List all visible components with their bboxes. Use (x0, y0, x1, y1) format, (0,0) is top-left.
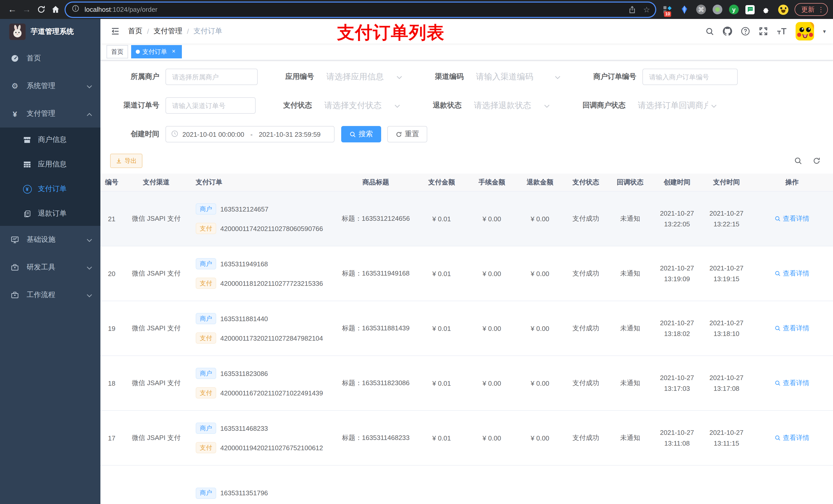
breadcrumb-home[interactable]: 首页 (128, 27, 142, 36)
sidebar-item-infra[interactable]: 基础设施 (0, 226, 100, 254)
status-badge: 支付成功 (564, 324, 608, 333)
pay-status-filter-label: 支付状态 (277, 101, 318, 110)
site-info-icon[interactable] (72, 5, 79, 14)
view-detail-link[interactable]: 查看详情 (775, 269, 809, 278)
col-id: 编号 (100, 178, 123, 187)
date-range-start: 2021-10-01 00:00:00 (182, 130, 244, 138)
yen-circle-icon: ¥ (23, 185, 32, 193)
tag-home[interactable]: 首页 (106, 45, 128, 58)
merchant-order-no-filter-label: 商户订单编号 (587, 72, 642, 81)
date-range-end: 2021-10-31 23:59:59 (259, 130, 320, 138)
toggle-search-icon[interactable] (794, 157, 802, 165)
address-bar[interactable]: localhost:1024/pay/order ☆ (66, 2, 655, 17)
app-logo (9, 24, 26, 40)
merchant-filter-input[interactable] (165, 69, 258, 85)
channel-code-filter-select[interactable]: 请输入渠道编码 (470, 71, 566, 82)
table-row: 18 微信 JSAPI 支付 商户1635311823086 支付4200001… (100, 356, 833, 411)
tag-pay-order[interactable]: 支付订单 × (131, 45, 182, 58)
breadcrumb: 首页 / 支付管理 / 支付订单 (128, 27, 222, 36)
chevron-down-icon (87, 236, 92, 244)
navbar-actions: ▾ (706, 22, 826, 41)
sidebar-item-merchant-info[interactable]: 商户信息 (0, 127, 100, 152)
extension-y-icon[interactable]: y (729, 5, 739, 14)
tag-close-icon[interactable]: × (170, 48, 177, 55)
chevron-down-icon (87, 82, 92, 90)
avatar-caret-icon[interactable]: ▾ (823, 28, 826, 34)
briefcase-icon (10, 291, 20, 299)
clock-icon (171, 130, 178, 139)
export-button[interactable]: 导出 (110, 154, 142, 168)
payment-submenu: 商户信息 应用信息 ¥ 支付订单 退款订单 (0, 127, 100, 226)
extension-recorder-icon[interactable] (713, 5, 722, 14)
sidebar-item-home[interactable]: 首页 (0, 45, 100, 72)
view-detail-link[interactable]: 查看详情 (775, 214, 809, 223)
top-navbar: 首页 / 支付管理 / 支付订单 支付订单列表 (100, 19, 833, 44)
browser-reload-icon[interactable] (34, 2, 48, 17)
browser-back-icon[interactable]: ← (5, 2, 20, 17)
sidebar-item-payment[interactable]: ¥ 支付管理 (0, 100, 100, 127)
app-logo-row[interactable]: 芋道管理系统 (0, 19, 100, 45)
sidebar-item-pay-order[interactable]: ¥ 支付订单 (0, 177, 100, 201)
extension-chat-icon[interactable] (745, 5, 755, 14)
pay-tag: 支付 (196, 278, 216, 289)
sidebar-item-workflow[interactable]: 工作流程 (0, 281, 100, 309)
github-icon[interactable] (723, 27, 732, 36)
user-avatar[interactable] (796, 22, 814, 41)
browser-update-button[interactable]: 更新 ⋮ (794, 3, 828, 16)
refresh-icon[interactable] (812, 157, 821, 165)
yen-icon: ¥ (10, 110, 20, 118)
merchant-order-no-filter-input[interactable] (642, 69, 738, 85)
sidebar-toggle-icon[interactable] (108, 24, 123, 39)
fullscreen-icon[interactable] (759, 27, 768, 36)
reset-button[interactable]: 重置 (387, 126, 427, 142)
toolbox-icon (10, 263, 20, 271)
browser-home-icon[interactable] (48, 2, 63, 17)
sidebar-item-system[interactable]: ⚙ 系统管理 (0, 72, 100, 100)
pay-status-filter-select[interactable]: 请选择支付状态 (318, 100, 405, 111)
font-size-icon[interactable] (777, 27, 787, 35)
view-detail-link[interactable]: 查看详情 (775, 379, 809, 388)
pay-tag: 支付 (196, 387, 216, 399)
breadcrumb-group[interactable]: 支付管理 (154, 27, 182, 36)
help-icon[interactable] (741, 27, 750, 36)
channel-order-no-filter-input[interactable] (165, 97, 256, 114)
view-detail-link[interactable]: 查看详情 (775, 324, 809, 333)
sidebar-item-label: 商户信息 (38, 135, 67, 144)
browser-menu-icon[interactable]: ⋮ (818, 6, 824, 13)
view-detail-link[interactable]: 查看详情 (775, 433, 809, 442)
search-icon[interactable] (706, 27, 714, 35)
app-filter-label: 应用编号 (279, 72, 320, 81)
app-filter-select[interactable]: 请选择应用信息 (320, 71, 407, 82)
refund-status-filter-select[interactable]: 请选择退款状态 (468, 100, 555, 111)
bookmark-star-icon[interactable]: ☆ (643, 5, 650, 14)
table-header-row: 编号 支付渠道 支付订单 商品标题 支付金额 手续金额 退款金额 支付状态 回调… (100, 174, 833, 192)
sidebar-item-devtools[interactable]: 研发工具 (0, 254, 100, 281)
extension-command-icon[interactable]: ⌘ (696, 5, 706, 14)
extension-badge: 10 (664, 11, 671, 17)
page: ← → localhost:1024/pay/order ☆ 10 (0, 0, 833, 504)
col-action: 操作 (751, 178, 833, 187)
sidebar-item-label: 退款订单 (38, 209, 67, 218)
col-status: 支付状态 (564, 178, 608, 187)
create-time-range-picker[interactable]: 2021-10-01 00:00:00 - 2021-10-31 23:59:5… (165, 126, 335, 142)
page-title-annotation: 支付订单列表 (337, 21, 445, 45)
pay-tag: 支付 (196, 223, 216, 234)
sidebar-item-app-info[interactable]: 应用信息 (0, 152, 100, 177)
extension-tabs-icon[interactable]: 10 (662, 4, 673, 15)
search-button[interactable]: 搜索 (341, 126, 381, 142)
table-row: 19 微信 JSAPI 支付 商户1635311881440 支付4200001… (100, 301, 833, 356)
callback-status-filter-select[interactable]: 请选择订单回调商户状态 (632, 100, 722, 111)
chevron-up-icon (87, 110, 92, 118)
browser-forward-icon[interactable]: → (20, 2, 34, 17)
col-refund: 退款金额 (516, 178, 564, 187)
extensions-puzzle-icon[interactable] (761, 4, 771, 15)
status-badge: 支付成功 (564, 433, 608, 442)
status-badge: 支付成功 (564, 379, 608, 388)
share-icon[interactable] (628, 5, 636, 14)
profile-avatar-icon[interactable] (778, 4, 788, 15)
page-content: 所属商户 应用编号 请选择应用信息 渠道编码 (100, 61, 833, 504)
table-row-partial: 商户1635311351796 (100, 465, 833, 504)
extension-gem-icon[interactable] (679, 4, 690, 15)
sidebar-item-refund-order[interactable]: 退款订单 (0, 201, 100, 226)
browser-chrome: ← → localhost:1024/pay/order ☆ 10 (0, 0, 833, 19)
